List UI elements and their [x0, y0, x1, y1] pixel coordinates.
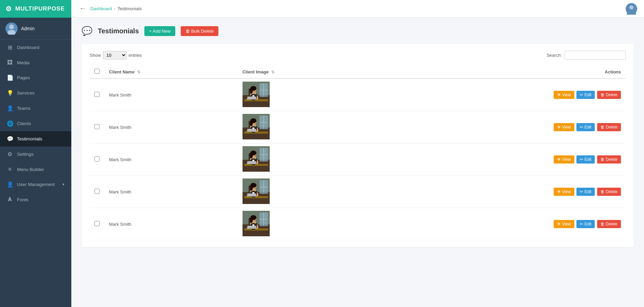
actions-cell: 👁 View ✏ Edit 🗑 Delete: [373, 79, 626, 111]
client-name-cell: Mark Smith: [104, 143, 238, 176]
pages-icon: 📄: [7, 74, 13, 81]
avatar: [5, 22, 18, 35]
view-button[interactable]: 👁 View: [554, 220, 574, 228]
sort-icon: ⇅: [271, 70, 274, 74]
delete-button[interactable]: 🗑 Delete: [597, 155, 621, 164]
sidebar-item-label: User Management: [17, 182, 58, 187]
view-button[interactable]: 👁 View: [554, 123, 574, 131]
sidebar-item-menu-builder[interactable]: ≡ Menu Builder: [0, 162, 71, 177]
teams-icon: 👤: [7, 105, 13, 112]
client-image-cell: [238, 79, 374, 111]
edit-button[interactable]: ✏ Edit: [576, 91, 595, 99]
client-image-cell: [238, 176, 374, 208]
sidebar-item-clients[interactable]: 🌐 Clients: [0, 116, 71, 131]
view-button[interactable]: 👁 View: [554, 91, 574, 99]
sidebar-item-user-management[interactable]: 👤 User Management ▾: [0, 177, 71, 192]
actions-cell: 👁 View ✏ Edit 🗑 Delete: [373, 208, 626, 240]
sidebar-item-settings[interactable]: ⚙ Settings: [0, 147, 71, 162]
sort-icon: ⇅: [137, 70, 140, 74]
sidebar-item-fonts[interactable]: A Fonts: [0, 192, 71, 207]
sidebar-item-label: Fonts: [17, 197, 65, 202]
table-row: Mark Smith: [90, 79, 626, 111]
media-icon: 🖼: [7, 59, 13, 66]
sidebar-item-label: Teams: [17, 106, 65, 111]
edit-button[interactable]: ✏ Edit: [576, 155, 595, 164]
svg-point-45: [250, 153, 253, 158]
fonts-icon: A: [7, 197, 13, 203]
delete-button[interactable]: 🗑 Delete: [597, 188, 621, 196]
table-row: Mark Smith: [90, 143, 626, 176]
settings-icon: ⚙: [7, 151, 13, 157]
app-title: MULTIPURPOSE: [15, 5, 65, 12]
search-label: Search:: [547, 53, 562, 58]
client-name-cell: Mark Smith: [104, 111, 238, 143]
edit-button[interactable]: ✏ Edit: [576, 188, 595, 196]
row-checkbox[interactable]: [94, 156, 100, 161]
edit-button[interactable]: ✏ Edit: [576, 123, 595, 131]
table-row: Mark Smith: [90, 111, 626, 143]
col-client-image: Client Image ⇅: [238, 65, 374, 79]
entries-label: entries: [129, 53, 142, 58]
sidebar-item-testimonials[interactable]: 💬 Testimonials: [0, 131, 71, 147]
sidebar-header: ⚙ MULTIPURPOSE: [0, 0, 71, 18]
sidebar-item-dashboard[interactable]: ⊞ Dashboard: [0, 40, 71, 55]
select-all-checkbox[interactable]: [94, 69, 100, 74]
client-name-cell: Mark Smith: [104, 79, 238, 111]
row-checkbox[interactable]: [94, 92, 100, 97]
svg-point-2: [627, 10, 636, 15]
svg-point-28: [250, 121, 253, 126]
row-checkbox[interactable]: [94, 221, 100, 226]
svg-point-11: [250, 88, 253, 94]
svg-rect-51: [247, 161, 256, 164]
sidebar-item-services[interactable]: 💡 Services: [0, 85, 71, 101]
topbar-right: [626, 3, 637, 15]
actions-cell: 👁 View ✏ Edit 🗑 Delete: [373, 111, 626, 143]
page-title: Testimonials: [98, 27, 139, 35]
sidebar-item-label: Pages: [17, 75, 65, 80]
breadcrumb-separator: ›: [114, 6, 115, 11]
sidebar-item-teams[interactable]: 👤 Teams: [0, 101, 71, 116]
svg-rect-34: [247, 129, 256, 131]
row-checkbox-cell: [90, 111, 104, 143]
gear-icon: ⚙: [5, 5, 12, 13]
svg-rect-17: [247, 97, 256, 99]
delete-button[interactable]: 🗑 Delete: [597, 220, 621, 228]
sidebar-item-pages[interactable]: 📄 Pages: [0, 70, 71, 85]
edit-button[interactable]: ✏ Edit: [576, 220, 595, 228]
client-image-cell: [238, 143, 374, 176]
view-button[interactable]: 👁 View: [554, 155, 574, 164]
table-controls: Show 10 25 50 100 entries Search:: [90, 51, 626, 60]
row-checkbox[interactable]: [94, 189, 100, 194]
sidebar-item-label: Testimonials: [17, 136, 65, 141]
page-content: 💬 Testimonials + Add New 🗑 Bulk Delete S…: [71, 18, 644, 307]
svg-point-62: [250, 185, 253, 191]
main-content: ← Dashboard › Testimonials 💬 Testimonial…: [71, 0, 644, 307]
sidebar-item-label: Media: [17, 60, 65, 65]
entries-select[interactable]: 10 25 50 100: [103, 51, 127, 59]
breadcrumb-current: Testimonials: [118, 6, 142, 11]
sidebar-user: Admin: [0, 18, 71, 40]
add-new-button[interactable]: + Add New: [144, 26, 175, 36]
sidebar-item-label: Settings: [17, 152, 65, 157]
svg-rect-68: [247, 193, 256, 196]
topbar-left: ← Dashboard › Testimonials: [78, 4, 142, 14]
delete-button[interactable]: 🗑 Delete: [597, 91, 621, 99]
back-button[interactable]: ←: [78, 4, 87, 14]
sidebar-item-media[interactable]: 🖼 Media: [0, 55, 71, 70]
show-entries: Show 10 25 50 100 entries: [90, 51, 142, 59]
view-button[interactable]: 👁 View: [554, 188, 574, 196]
sidebar: ⚙ MULTIPURPOSE Admin ⊞ Dashboard 🖼 Media…: [0, 0, 71, 307]
breadcrumb-dashboard[interactable]: Dashboard: [90, 6, 112, 11]
row-checkbox-cell: [90, 143, 104, 176]
table-card: Show 10 25 50 100 entries Search:: [82, 44, 634, 247]
services-icon: 💡: [7, 90, 13, 96]
row-checkbox-cell: [90, 79, 104, 111]
bulk-delete-button[interactable]: 🗑 Bulk Delete: [181, 26, 218, 36]
page-header: 💬 Testimonials + Add New 🗑 Bulk Delete: [82, 26, 634, 36]
topbar-user-avatar[interactable]: [626, 3, 637, 15]
sidebar-username: Admin: [21, 26, 35, 31]
row-checkbox[interactable]: [94, 124, 100, 129]
search-input[interactable]: [565, 51, 626, 60]
dashboard-icon: ⊞: [7, 44, 13, 51]
delete-button[interactable]: 🗑 Delete: [597, 123, 621, 131]
